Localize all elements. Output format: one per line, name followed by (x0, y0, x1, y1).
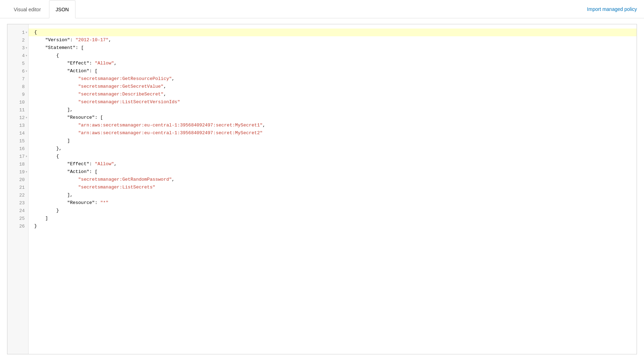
code-line-15: ] (34, 137, 631, 145)
code-line-17: { (34, 153, 631, 160)
code-segment: "Effect": (34, 161, 95, 167)
line-number-3: 3▾ (7, 44, 28, 52)
line-number-4: 4▾ (7, 52, 28, 60)
code-segment: "secretsmanager:GetRandomPassword" (34, 177, 172, 182)
line-number-6: 6▾ (7, 67, 28, 75)
code-segment: , (164, 84, 166, 89)
code-segment: [ (95, 169, 98, 174)
code-line-18: "Effect": "Allow", (34, 160, 631, 168)
line-number-11: 11 (7, 106, 28, 114)
code-segment: [ (95, 68, 98, 74)
line-number-22: 22 (7, 191, 28, 199)
code-segment: "Allow" (95, 61, 114, 66)
code-line-2: "Version": "2012-10-17", (34, 36, 631, 44)
line-number-7: 7 (7, 75, 28, 83)
code-segment: "Action": (34, 169, 95, 174)
fold-indicator-6[interactable]: ▾ (25, 69, 28, 73)
code-segment: ] (34, 138, 70, 143)
import-managed-policy-link[interactable]: Import managed policy (587, 6, 637, 12)
code-line-21: "secretsmanager:ListSecrets" (34, 184, 631, 191)
code-line-12: "Resource": [ (34, 114, 631, 122)
code-segment: "arn:aws:secretsmanager:eu-central-1:395… (34, 123, 263, 128)
tab-visual-editor-label: Visual editor (14, 7, 41, 12)
code-line-25: ] (34, 215, 631, 222)
fold-indicator-3[interactable]: ▾ (25, 46, 28, 50)
code-segment: { (34, 30, 37, 35)
code-line-5: "Effect": "Allow", (34, 60, 631, 67)
code-segment: [ (100, 115, 103, 120)
code-line-23: "Resource": "*" (34, 199, 631, 207)
page-container: Visual editor JSON Import managed policy… (0, 0, 644, 360)
code-segment: "secretsmanager:GetSecretValue" (34, 84, 164, 89)
line-number-10: 10 (7, 98, 28, 106)
code-segment: [ (81, 45, 84, 50)
code-segment: "Action": (34, 68, 95, 74)
tab-json-label: JSON (56, 7, 69, 12)
code-segment: { (34, 154, 59, 159)
code-segment: "secretsmanager:ListSecrets" (34, 185, 155, 190)
code-segment: "Statement": (34, 45, 81, 50)
code-line-20: "secretsmanager:GetRandomPassword", (34, 176, 631, 184)
code-segment: "Allow" (95, 161, 114, 167)
code-content[interactable]: { "Version": "2012-10-17", "Statement": … (29, 24, 637, 354)
editor-container: 1▾23▾4▾56▾789101112▾1314151617▾1819▾2021… (7, 24, 637, 354)
line-number-5: 5 (7, 60, 28, 67)
code-segment: "arn:aws:secretsmanager:eu-central-1:395… (34, 130, 263, 136)
code-line-24: } (34, 207, 631, 215)
line-number-12: 12▾ (7, 114, 28, 122)
code-segment: , (109, 37, 111, 43)
code-segment: , (263, 123, 266, 128)
code-line-22: ], (34, 191, 631, 199)
fold-indicator-19[interactable]: ▾ (25, 170, 28, 174)
line-number-13: 13 (7, 122, 28, 129)
line-number-8: 8 (7, 83, 28, 91)
tab-json[interactable]: JSON (49, 0, 75, 18)
line-number-1: 1▾ (7, 29, 28, 36)
code-line-1: { (29, 29, 637, 36)
code-segment: } (34, 208, 59, 213)
code-line-19: "Action": [ (34, 168, 631, 176)
line-number-18: 18 (7, 160, 28, 168)
tab-bar: Visual editor JSON Import managed policy (0, 0, 644, 18)
line-number-19: 19▾ (7, 168, 28, 176)
code-line-11: ], (34, 106, 631, 114)
code-segment: , (114, 61, 117, 66)
line-number-15: 15 (7, 137, 28, 145)
line-number-9: 9 (7, 91, 28, 98)
fold-indicator-17[interactable]: ▾ (25, 154, 28, 159)
code-line-16: }, (34, 145, 631, 153)
code-line-14: "arn:aws:secretsmanager:eu-central-1:395… (34, 129, 631, 137)
code-segment: "secretsmanager:DescribeSecret" (34, 92, 164, 97)
line-number-14: 14 (7, 129, 28, 137)
code-line-6: "Action": [ (34, 67, 631, 75)
code-segment: , (172, 76, 175, 81)
code-line-13: "arn:aws:secretsmanager:eu-central-1:395… (34, 122, 631, 129)
fold-indicator-1[interactable]: ▾ (25, 30, 28, 35)
fold-indicator-12[interactable]: ▾ (25, 116, 28, 120)
code-segment: "Version": (34, 37, 75, 43)
line-number-20: 20 (7, 176, 28, 184)
code-line-3: "Statement": [ (34, 44, 631, 52)
tab-visual-editor[interactable]: Visual editor (7, 0, 48, 18)
tabs-left: Visual editor JSON (7, 0, 75, 18)
code-segment: ], (34, 192, 73, 198)
code-line-4: { (34, 52, 631, 60)
code-segment: , (114, 161, 117, 167)
line-number-24: 24 (7, 207, 28, 215)
line-number-23: 23 (7, 199, 28, 207)
code-segment: "*" (100, 200, 108, 205)
line-number-17: 17▾ (7, 153, 28, 160)
line-number-21: 21 (7, 184, 28, 191)
code-segment: ] (34, 216, 48, 221)
code-segment: ], (34, 107, 73, 112)
code-segment: { (34, 53, 59, 58)
code-segment: } (34, 223, 37, 229)
fold-indicator-4[interactable]: ▾ (25, 54, 28, 58)
code-segment: }, (34, 146, 62, 151)
line-numbers: 1▾23▾4▾56▾789101112▾1314151617▾1819▾2021… (7, 24, 29, 354)
code-line-8: "secretsmanager:GetSecretValue", (34, 83, 631, 91)
code-line-10: "secretsmanager:ListSecretVersionIds" (34, 98, 631, 106)
code-line-9: "secretsmanager:DescribeSecret", (34, 91, 631, 98)
line-number-26: 26 (7, 222, 28, 230)
code-segment: "secretsmanager:ListSecretVersionIds" (34, 99, 180, 105)
